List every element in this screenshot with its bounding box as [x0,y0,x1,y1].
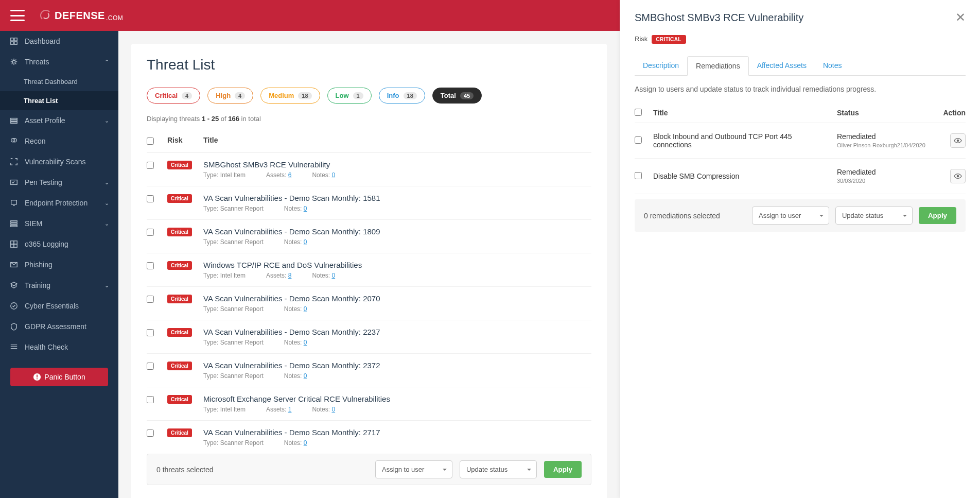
nav-gdpr-assessment[interactable]: GDPR Assessment [0,316,118,337]
filter-total[interactable]: Total45 [432,88,482,104]
nav-endpoint-protection[interactable]: Endpoint Protection⌄ [0,193,118,213]
risk-badge: Critical [167,228,192,236]
filter-medium[interactable]: Medium18 [260,88,320,104]
pentest-icon [9,178,19,187]
row-checkbox[interactable] [147,329,154,336]
threat-notes: Notes: 0 [312,171,335,179]
nav-threat-dashboard[interactable]: Threat Dashboard [0,72,118,91]
logo-suffix: .COM [106,14,123,22]
nav-label: Endpoint Protection [25,199,87,207]
threat-title: VA Scan Vulnerabilities - Demo Scan Mont… [203,227,591,236]
notes-link[interactable]: 0 [331,272,335,279]
rem-select-all[interactable] [635,109,642,116]
row-checkbox[interactable] [147,262,154,269]
notes-link[interactable]: 0 [331,406,335,413]
risk-badge: Critical [167,295,192,303]
notes-link[interactable]: 0 [304,372,307,380]
notes-link[interactable]: 0 [304,339,307,346]
rem-checkbox[interactable] [635,136,642,144]
tab-remediations[interactable]: Remediations [687,56,749,76]
panel-apply-button[interactable]: Apply [919,207,956,224]
filter-label: High [216,92,231,99]
table-row[interactable]: CriticalVA Scan Vulnerabilities - Demo S… [147,220,591,253]
panic-button[interactable]: Panic Button [10,368,108,386]
filter-low[interactable]: Low1 [327,88,372,104]
tab-notes[interactable]: Notes [815,56,850,75]
close-icon[interactable]: ✕ [955,10,966,25]
nav-label: Vulnerability Scans [25,158,86,166]
risk-badge: Critical [167,161,192,169]
row-checkbox[interactable] [147,229,154,236]
nav-pen-testing[interactable]: Pen Testing⌄ [0,172,118,193]
view-button[interactable] [950,133,966,148]
notes-link[interactable]: 0 [304,205,307,212]
row-checkbox[interactable] [147,396,154,403]
nav-threats[interactable]: Threats⌃ [0,51,118,72]
eye-icon [954,136,962,145]
tab-affected-assets[interactable]: Affected Assets [749,56,815,75]
nav-cyber-essentials[interactable]: Cyber Essentials [0,296,118,316]
panel-assign-select[interactable]: Assign to user [752,207,829,225]
row-checkbox[interactable] [147,430,154,437]
notes-link[interactable]: 0 [304,238,307,246]
page-title: Threat List [147,57,591,73]
nav-phishing[interactable]: Phishing [0,254,118,275]
filter-row: Critical4High4Medium18Low1Info18Total45 [147,88,591,104]
table-row[interactable]: CriticalSMBGhost SMBv3 RCE Vulnerability… [147,153,591,186]
filter-high[interactable]: High4 [207,88,253,104]
filter-info[interactable]: Info18 [379,88,425,104]
nav-dashboard[interactable]: Dashboard [0,31,118,51]
eye-icon [954,172,962,180]
threat-title: SMBGhost SMBv3 RCE Vulnerability [203,160,591,169]
nav-label: Pen Testing [25,178,62,186]
assets-link[interactable]: 8 [288,272,292,279]
filter-critical[interactable]: Critical4 [147,88,200,104]
nav-health-check[interactable]: Health Check [0,337,118,357]
nav-training[interactable]: Training⌄ [0,275,118,296]
table-row[interactable]: CriticalWindows TCP/IP RCE and DoS Vulne… [147,253,591,287]
panel-update-select[interactable]: Update status [835,207,913,225]
rem-checkbox[interactable] [635,172,642,179]
notes-link[interactable]: 0 [331,171,335,179]
threat-notes: Notes: 0 [284,439,307,447]
select-all-checkbox[interactable] [147,138,154,145]
chevron-down-icon: ⌄ [104,220,109,227]
nav-vulnerability-scans[interactable]: Vulnerability Scans [0,151,118,172]
dashboard-icon [9,37,19,46]
table-row[interactable]: CriticalMicrosoft Exchange Server Critic… [147,387,591,421]
nav-asset-profile[interactable]: Asset Profile⌄ [0,110,118,131]
table-row[interactable]: CriticalVA Scan Vulnerabilities - Demo S… [147,287,591,320]
nav-siem[interactable]: SIEM⌄ [0,213,118,234]
rem-col-title: Title [653,109,837,117]
threat-assets: Assets: 8 [266,272,291,279]
view-button[interactable] [950,169,966,183]
table-row[interactable]: CriticalVA Scan Vulnerabilities - Demo S… [147,421,591,454]
rem-col-status: Status [837,109,930,117]
row-checkbox[interactable] [147,195,154,202]
notes-link[interactable]: 0 [304,305,307,313]
row-checkbox[interactable] [147,296,154,303]
apply-button[interactable]: Apply [544,461,582,478]
update-status-select[interactable]: Update status [460,460,537,478]
panel-helper-text: Assign to users and update status to tra… [635,85,966,93]
nav-label: Threats [25,58,49,66]
threats-icon [9,57,19,66]
table-row[interactable]: CriticalVA Scan Vulnerabilities - Demo S… [147,354,591,387]
row-checkbox[interactable] [147,162,154,169]
tab-description[interactable]: Description [635,56,687,75]
table-row[interactable]: CriticalVA Scan Vulnerabilities - Demo S… [147,186,591,220]
notes-link[interactable]: 0 [304,439,307,447]
nav-recon[interactable]: Recon [0,131,118,151]
svg-rect-16 [14,241,17,244]
table-row[interactable]: CriticalVA Scan Vulnerabilities - Demo S… [147,320,591,354]
svg-rect-17 [11,244,14,247]
nav-threat-list[interactable]: Threat List [0,91,118,110]
nav-label: Phishing [25,261,52,269]
hamburger-menu-icon[interactable] [10,10,25,21]
svg-point-25 [957,175,959,177]
assets-link[interactable]: 1 [288,406,292,413]
row-checkbox[interactable] [147,363,154,370]
assets-link[interactable]: 6 [288,171,292,179]
nav-o365-logging[interactable]: o365 Logging [0,234,118,254]
assign-user-select[interactable]: Assign to user [375,460,452,478]
